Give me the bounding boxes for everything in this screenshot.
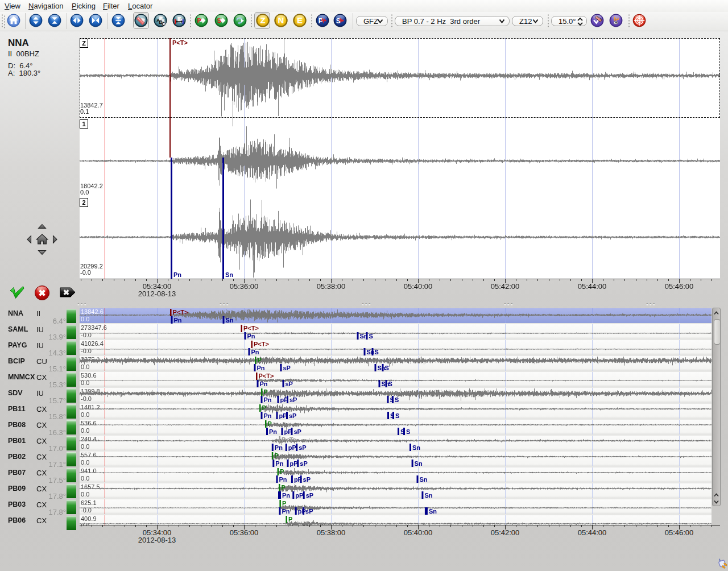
- svg-text:C: C: [162, 21, 165, 27]
